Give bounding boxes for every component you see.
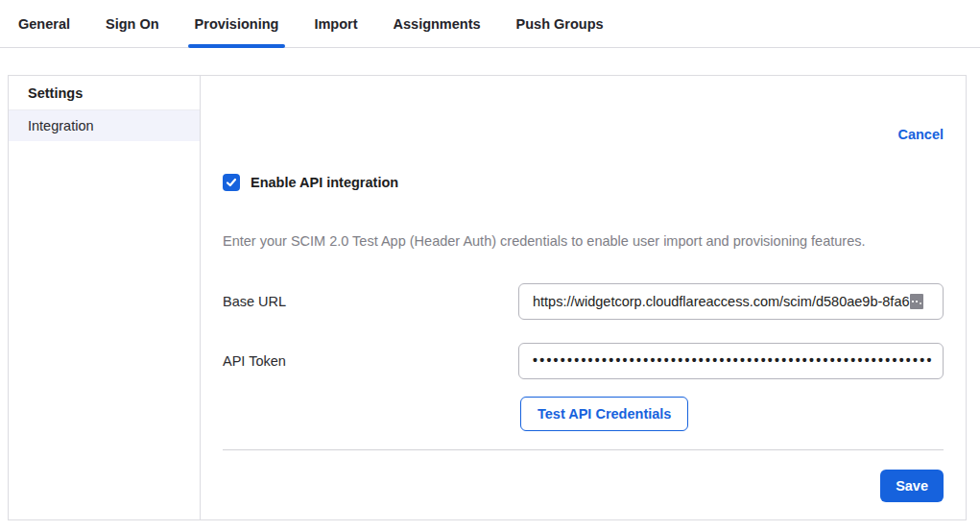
base-url-input[interactable]: https://widgetcorp.cloudflareaccess.com/…	[518, 283, 944, 320]
tab-push-groups[interactable]: Push Groups	[516, 2, 604, 45]
integration-form: Cancel Enable API integration Enter your…	[201, 76, 966, 519]
text-truncation-icon	[910, 294, 923, 309]
sidebar-item-integration[interactable]: Integration	[9, 110, 200, 141]
form-divider	[223, 449, 944, 450]
tab-assignments[interactable]: Assignments	[394, 2, 481, 45]
base-url-label: Base URL	[223, 294, 286, 309]
base-url-row: Base URL https://widgetcorp.cloudflareac…	[223, 283, 944, 320]
save-button[interactable]: Save	[880, 470, 944, 502]
api-token-input[interactable]: ••••••••••••••••••••••••••••••••••••••••…	[518, 343, 944, 379]
tab-import[interactable]: Import	[314, 2, 357, 45]
base-url-value: https://widgetcorp.cloudflareaccess.com/…	[533, 294, 910, 309]
test-api-credentials-button[interactable]: Test API Credentials	[520, 397, 688, 431]
enable-api-row: Enable API integration	[223, 174, 944, 191]
tab-general[interactable]: General	[18, 2, 70, 45]
settings-sidebar: Settings Integration	[9, 76, 201, 519]
tab-sign-on[interactable]: Sign On	[106, 2, 159, 45]
cancel-button[interactable]: Cancel	[897, 127, 944, 142]
save-row: Save	[223, 470, 944, 502]
api-token-masked-value: ••••••••••••••••••••••••••••••••••••••••…	[533, 352, 934, 368]
api-token-label: API Token	[223, 353, 286, 369]
cancel-row: Cancel	[223, 126, 944, 143]
sidebar-heading: Settings	[9, 76, 200, 110]
tab-provisioning[interactable]: Provisioning	[195, 2, 279, 45]
test-credentials-row: Test API Credentials	[520, 397, 944, 431]
credentials-description: Enter your SCIM 2.0 Test App (Header Aut…	[223, 233, 944, 249]
provisioning-panel: Settings Integration Cancel Enable API i…	[8, 75, 967, 520]
enable-api-checkbox[interactable]	[223, 174, 240, 191]
api-token-row: API Token ••••••••••••••••••••••••••••••…	[223, 343, 944, 379]
app-tab-bar: General Sign On Provisioning Import Assi…	[0, 0, 980, 48]
enable-api-label: Enable API integration	[251, 175, 398, 190]
checkmark-icon	[226, 177, 237, 188]
